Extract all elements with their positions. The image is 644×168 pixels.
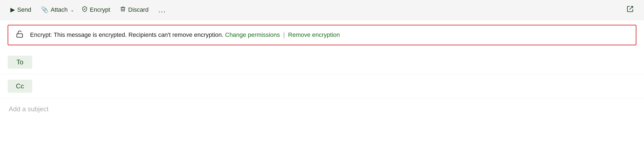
send-label: Send (17, 6, 31, 13)
to-input[interactable] (37, 59, 636, 66)
svg-rect-0 (17, 34, 23, 37)
encrypt-label: Encrypt (90, 6, 110, 13)
popout-button[interactable] (623, 3, 637, 17)
subject-placeholder[interactable]: Add a subject (9, 105, 48, 113)
cc-label: Cc (8, 80, 32, 93)
banner-separator: | (283, 31, 285, 38)
more-icon: ... (158, 6, 166, 14)
compose-toolbar: ▶ Send 📎 Attach ⌄ Encrypt (0, 0, 644, 20)
to-row: To (0, 50, 644, 74)
discard-label: Discard (128, 6, 149, 13)
to-label: To (8, 56, 32, 69)
chevron-down-icon: ⌄ (70, 8, 74, 12)
remove-encryption-link[interactable]: Remove encryption (288, 31, 340, 38)
subject-row: Add a subject (0, 98, 644, 120)
encrypt-shield-icon (82, 6, 88, 14)
encryption-message: Encrypt: This message is encrypted. Reci… (30, 31, 340, 39)
encryption-banner: Encrypt: This message is encrypted. Reci… (8, 25, 636, 45)
send-icon: ▶ (10, 6, 15, 13)
cc-input[interactable] (37, 83, 636, 90)
encryption-message-text: Encrypt: This message is encrypted. Reci… (30, 31, 223, 38)
discard-button[interactable]: Discard (116, 4, 152, 16)
compose-window: ▶ Send 📎 Attach ⌄ Encrypt (0, 0, 644, 168)
attach-icon: 📎 (41, 6, 48, 13)
send-button[interactable]: ▶ Send (7, 4, 35, 16)
lock-icon (16, 30, 23, 40)
attach-group: 📎 Attach ⌄ (37, 4, 75, 16)
attach-dropdown-button[interactable]: ⌄ (69, 5, 76, 15)
discard-trash-icon (120, 6, 126, 14)
attach-label: Attach (51, 6, 67, 13)
encrypt-button[interactable]: Encrypt (78, 4, 114, 16)
change-permissions-link[interactable]: Change permissions (225, 31, 280, 38)
more-options-button[interactable]: ... (155, 4, 170, 16)
attach-button[interactable]: 📎 Attach (37, 4, 69, 16)
popout-icon (627, 7, 634, 14)
cc-row: Cc (0, 74, 644, 98)
